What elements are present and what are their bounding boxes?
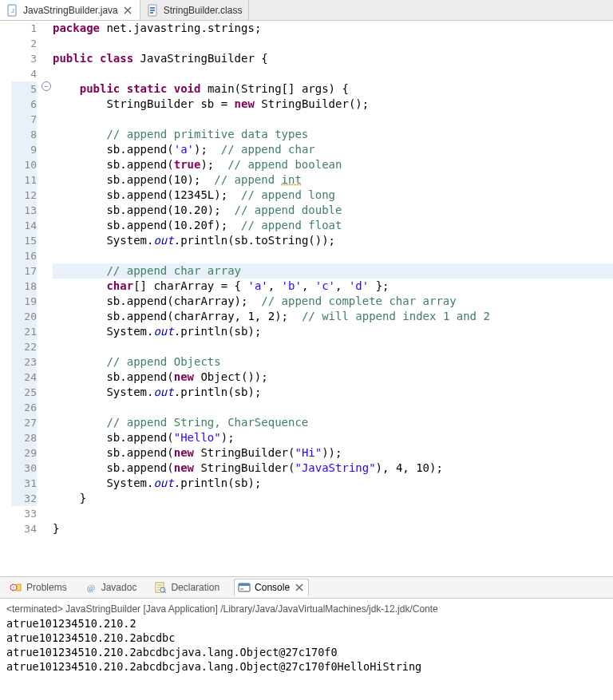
- line-number: 34: [11, 521, 37, 536]
- line-number: 22: [11, 339, 37, 354]
- console-view[interactable]: <terminated> JavaStringBuilder [Java App…: [0, 599, 613, 677]
- code-line: System.out.println(sb);: [53, 476, 613, 491]
- javadoc-icon: @: [85, 581, 97, 594]
- close-icon[interactable]: [122, 5, 133, 16]
- line-number: 24: [11, 370, 37, 385]
- code-line: [53, 66, 613, 81]
- code-line: [53, 506, 613, 521]
- svg-rect-3: [150, 7, 155, 9]
- editor-tabbar: J JavaStringBuilder.java StringBuilder.c…: [0, 0, 613, 21]
- fold-toggle-icon[interactable]: −: [42, 81, 51, 91]
- view-tab-problems[interactable]: ! Problems: [6, 579, 70, 595]
- line-number: 13: [11, 203, 37, 218]
- java-file-icon: J: [6, 4, 19, 17]
- editor-tab-java-file[interactable]: J JavaStringBuilder.java: [0, 0, 140, 20]
- line-number: 21: [11, 324, 37, 339]
- marker-strip: [0, 21, 11, 576]
- code-line: StringBuilder sb = new StringBuilder();: [53, 97, 613, 112]
- code-line: [53, 36, 613, 51]
- code-line: [53, 248, 613, 263]
- code-line: }: [53, 491, 613, 506]
- line-number: 6: [11, 97, 37, 112]
- code-line: public class JavaStringBuilder {: [53, 51, 613, 66]
- line-number: 3: [11, 51, 37, 66]
- line-number: 23: [11, 354, 37, 370]
- line-number: 26: [11, 400, 37, 415]
- code-line: [53, 112, 613, 127]
- console-line: atrue101234510.210.2abcdbc: [6, 631, 607, 645]
- bottom-view-tabbar: ! Problems @ Javadoc Declaration Console: [0, 576, 613, 599]
- code-editor[interactable]: 1234567891011121314151617181920212223242…: [0, 21, 613, 576]
- code-line: sb.append(true); // append boolean: [53, 157, 613, 172]
- svg-text:@: @: [87, 583, 95, 592]
- line-number: 9: [11, 142, 37, 157]
- view-tab-console[interactable]: Console: [234, 579, 309, 596]
- close-icon[interactable]: [294, 582, 305, 593]
- code-line: [53, 400, 613, 415]
- code-line: sb.append(10); // append int: [53, 172, 613, 188]
- line-number: 16: [11, 248, 37, 263]
- code-line: System.out.println(sb);: [53, 324, 613, 339]
- code-area[interactable]: package net.javastring.strings;public cl…: [53, 21, 613, 576]
- view-tab-declaration[interactable]: Declaration: [151, 579, 223, 595]
- svg-rect-4: [150, 10, 155, 11]
- view-tab-label: Console: [255, 582, 290, 593]
- console-line: atrue101234510.210.2: [6, 616, 607, 631]
- line-number: 31: [11, 476, 37, 491]
- line-number: 25: [11, 385, 37, 400]
- line-number: 19: [11, 294, 37, 309]
- code-line: // append Objects: [53, 354, 613, 370]
- line-number: 29: [11, 445, 37, 461]
- code-line: sb.append(charArray, 1, 2); // will appe…: [53, 309, 613, 324]
- code-line: package net.javastring.strings;: [53, 21, 613, 36]
- code-line: // append primitive data types: [53, 127, 613, 142]
- console-line: atrue101234510.210.2abcdbcjava.lang.Obje…: [6, 659, 607, 674]
- line-number: 17: [11, 263, 37, 279]
- code-line: sb.append(new StringBuilder("Hi"));: [53, 445, 613, 461]
- code-line: sb.append("Hello");: [53, 430, 613, 445]
- code-line: // append char array: [53, 263, 613, 279]
- code-line: sb.append(12345L); // append long: [53, 188, 613, 203]
- fold-strip: −: [42, 21, 53, 576]
- code-line: public static void main(String[] args) {: [53, 81, 613, 97]
- line-number: 14: [11, 218, 37, 233]
- view-tab-label: Javadoc: [101, 582, 137, 593]
- line-number: 32: [11, 491, 37, 506]
- code-line: // append String, CharSequence: [53, 415, 613, 430]
- line-number-gutter: 1234567891011121314151617181920212223242…: [11, 21, 42, 576]
- line-number: 27: [11, 415, 37, 430]
- svg-rect-13: [239, 583, 250, 586]
- line-number: 20: [11, 309, 37, 324]
- tab-label: JavaStringBuilder.java: [23, 5, 118, 16]
- code-line: sb.append(10.20f); // append float: [53, 218, 613, 233]
- line-number: 15: [11, 233, 37, 248]
- svg-text:J: J: [11, 7, 14, 14]
- line-number: 18: [11, 279, 37, 294]
- line-number: 11: [11, 172, 37, 188]
- console-icon: [238, 581, 251, 594]
- problems-icon: !: [10, 581, 22, 594]
- console-process-header: <terminated> JavaStringBuilder [Java App…: [6, 602, 607, 616]
- class-file-icon: [147, 4, 160, 17]
- tab-label: StringBuilder.class: [164, 5, 243, 16]
- code-line: sb.append('a'); // append char: [53, 142, 613, 157]
- console-line: atrue101234510.210.2abcdbcjava.lang.Obje…: [6, 645, 607, 659]
- svg-text:!: !: [13, 585, 14, 591]
- line-number: 5: [11, 81, 37, 97]
- line-number: 30: [11, 461, 37, 476]
- declaration-icon: [154, 581, 167, 594]
- line-number: 1: [11, 21, 37, 36]
- line-number: 10: [11, 157, 37, 172]
- view-tab-label: Declaration: [171, 582, 219, 593]
- code-line: sb.append(10.20); // append double: [53, 203, 613, 218]
- view-tab-label: Problems: [26, 582, 67, 593]
- code-line: System.out.println(sb);: [53, 385, 613, 400]
- code-line: sb.append(new StringBuilder("JavaString"…: [53, 461, 613, 476]
- line-number: 2: [11, 36, 37, 51]
- view-tab-javadoc[interactable]: @ Javadoc: [81, 579, 140, 595]
- line-number: 12: [11, 188, 37, 203]
- editor-tab-class-file[interactable]: StringBuilder.class: [140, 0, 250, 20]
- code-line: System.out.println(sb.toString());: [53, 233, 613, 248]
- console-output: atrue101234510.210.2atrue101234510.210.2…: [6, 616, 607, 674]
- line-number: 7: [11, 112, 37, 127]
